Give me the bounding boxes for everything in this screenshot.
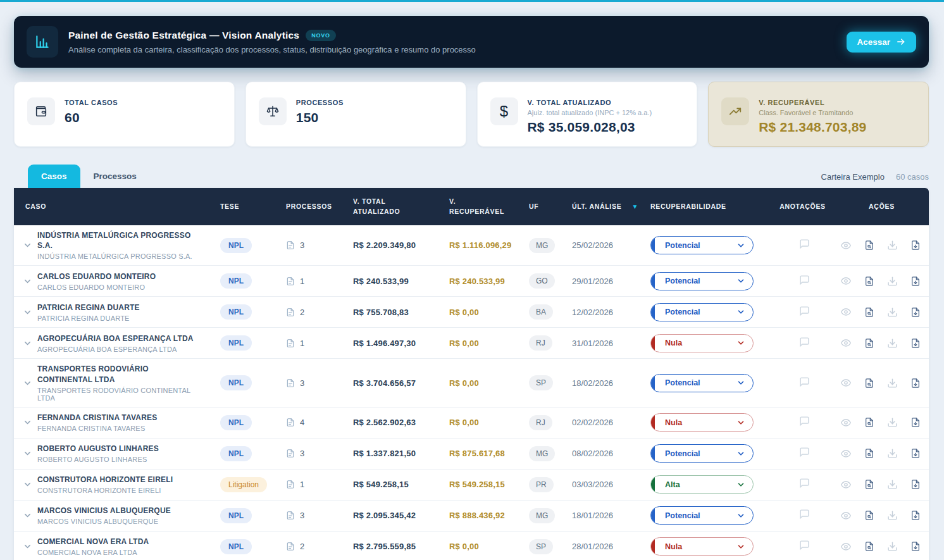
view-icon[interactable] [840,240,852,251]
download-icon[interactable] [887,338,898,349]
comment-icon[interactable] [799,306,810,316]
file-search-icon[interactable] [864,510,874,521]
header-tese[interactable]: TESE [220,202,286,212]
comment-icon[interactable] [799,416,810,426]
chevron-down-icon[interactable] [23,480,32,489]
chevron-down-icon[interactable] [23,449,32,458]
file-search-icon[interactable] [864,479,874,490]
document-icon [286,511,295,520]
document-icon [286,240,295,250]
download-icon[interactable] [887,276,898,287]
header-anotacoes[interactable]: ANOTAÇÕES [771,202,838,212]
file-search-icon[interactable] [864,448,874,459]
v-total-value: R$ 2.209.349,80 [353,240,449,250]
download-icon[interactable] [887,417,898,428]
chevron-down-icon[interactable] [23,308,32,317]
export-file-icon[interactable] [910,417,921,428]
header-ult-analise[interactable]: ÚLT. ANÁLISE ▼ [572,202,650,212]
document-icon [286,480,295,489]
recuperabilidade-select[interactable]: Alta [650,475,754,494]
recuperabilidade-select[interactable]: Potencial [650,374,754,392]
table-row: INDÚSTRIA METALÚRGICA PROGRESSO S.A. IND… [14,225,929,265]
download-icon[interactable] [887,479,898,490]
view-icon[interactable] [840,276,852,286]
recuperabilidade-select[interactable]: Nula [650,413,754,432]
ult-analise-date: 28/01/2026 [572,542,650,551]
ult-analise-date: 18/01/2026 [572,511,650,520]
tab-casos[interactable]: Casos [28,165,80,188]
view-icon[interactable] [840,480,852,490]
download-icon[interactable] [887,307,898,318]
header-caso[interactable]: CASO [14,202,220,212]
acessar-button[interactable]: Acessar [847,32,916,53]
comment-icon[interactable] [799,447,810,457]
chevron-down-icon[interactable] [23,339,32,348]
comment-icon[interactable] [799,337,810,347]
export-file-icon[interactable] [910,338,921,349]
recuperabilidade-select[interactable]: Potencial [650,444,754,463]
novo-badge: NOVO [306,30,336,41]
select-chevron-icon [736,339,745,347]
view-icon[interactable] [840,378,852,388]
header-processos[interactable]: PROCESSOS [286,202,353,212]
export-file-icon[interactable] [910,510,921,521]
view-icon[interactable] [840,542,852,552]
select-chevron-icon [736,480,745,489]
view-icon[interactable] [840,449,852,459]
document-icon [286,339,295,348]
stat-label: TOTAL CASOS [65,99,118,106]
chevron-down-icon[interactable] [23,511,32,520]
comment-icon[interactable] [799,376,810,387]
process-count: 4 [300,418,304,427]
comment-icon[interactable] [799,540,810,551]
chevron-down-icon[interactable] [23,240,32,250]
file-search-icon[interactable] [864,541,874,552]
file-search-icon[interactable] [864,240,874,251]
export-file-icon[interactable] [910,541,921,552]
recuperabilidade-select[interactable]: Potencial [650,506,754,525]
header-recuperabilidade[interactable]: RECUPERABILIDADE [650,202,771,212]
file-search-icon[interactable] [864,417,874,428]
download-icon[interactable] [887,541,898,552]
recuperabilidade-select[interactable]: Potencial [650,272,754,290]
table-row: TRANSPORTES RODOVIÁRIO CONTINENTAL LTDA … [14,358,929,406]
file-search-icon[interactable] [864,276,874,287]
view-icon[interactable] [840,418,852,428]
download-icon[interactable] [887,240,898,251]
comment-icon[interactable] [799,239,810,249]
export-file-icon[interactable] [910,479,921,490]
comment-icon[interactable] [799,275,810,285]
header-v-total[interactable]: V. TOTAL ATUALIZADO [353,197,449,217]
export-file-icon[interactable] [910,276,921,287]
comment-icon[interactable] [799,478,810,488]
comment-icon[interactable] [799,509,810,520]
process-count: 2 [300,308,304,317]
v-recuperavel-value: R$ 0,00 [449,378,529,388]
recuperabilidade-select[interactable]: Nula [650,334,754,352]
chevron-down-icon[interactable] [23,378,32,388]
chevron-down-icon[interactable] [23,277,32,286]
recuperabilidade-select[interactable]: Nula [650,537,754,556]
chevron-down-icon[interactable] [23,542,32,551]
file-search-icon[interactable] [864,307,874,318]
export-file-icon[interactable] [910,448,921,459]
chevron-down-icon[interactable] [23,418,32,427]
file-search-icon[interactable] [864,338,874,349]
export-file-icon[interactable] [910,307,921,318]
recuperabilidade-select[interactable]: Potencial [650,303,754,321]
sort-desc-icon[interactable]: ▼ [631,202,638,211]
file-search-icon[interactable] [864,378,874,389]
tab-processos[interactable]: Processos [80,165,150,188]
recuperabilidade-select[interactable]: Potencial [650,236,754,254]
header-v-recuperavel[interactable]: V. RECUPERÁVEL [449,197,529,217]
view-icon[interactable] [840,338,852,348]
view-icon[interactable] [840,511,852,521]
header-uf[interactable]: UF [529,202,572,212]
export-file-icon[interactable] [910,378,921,389]
export-file-icon[interactable] [910,240,921,251]
uf-badge: SP [529,539,553,554]
download-icon[interactable] [887,448,898,459]
download-icon[interactable] [887,510,898,521]
download-icon[interactable] [887,378,898,389]
view-icon[interactable] [840,307,852,317]
